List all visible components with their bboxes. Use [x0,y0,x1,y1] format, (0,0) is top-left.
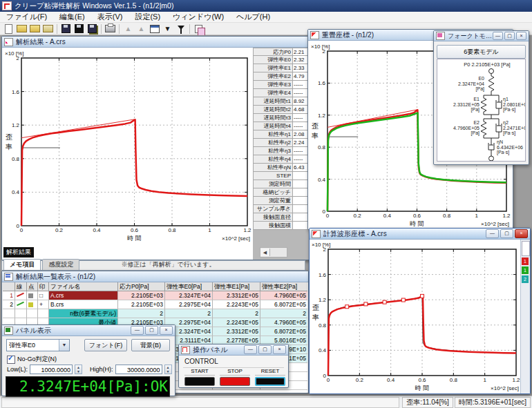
stop-indicator[interactable] [220,377,250,386]
spring-icon [488,76,494,91]
nogo-checkbox[interactable] [7,356,15,364]
menu-view[interactable]: 表示(V) [91,12,129,22]
print-icon[interactable] [104,23,116,34]
funnel-icon[interactable] [175,23,187,34]
save-multi-icon[interactable] [86,23,98,34]
background-button[interactable]: 背景(B) [131,339,170,351]
copy-icon[interactable] [193,23,205,34]
open-icon[interactable] [16,23,28,34]
svg-text:×10^2 [sec]: ×10^2 [sec] [222,235,250,242]
legend-item[interactable]: 1 [522,266,529,274]
param-label: 接触面積 [253,222,292,230]
param-hscrollbar[interactable]: ◀ [260,247,287,258]
close-button[interactable]: × [273,345,286,354]
low-spinner[interactable]: ▲▼ [75,365,82,374]
legend-item[interactable]: 1 [522,258,529,265]
high-spinner[interactable]: ▲▼ [164,365,172,374]
svg-text:時 間: 時 間 [410,220,424,227]
menu-settings[interactable]: 設定(S) [129,12,167,22]
maximize-button[interactable]: ▢ [258,345,272,354]
parameter-select[interactable]: 弾性率E0 ▼ [6,339,70,351]
maximize-button[interactable]: ▢ [504,32,515,40]
param-label: 測定荷重 [253,197,292,205]
save-dark-icon[interactable] [73,23,85,34]
legend-item[interactable]: 2 [522,275,529,283]
control-titlebar[interactable]: 操作パネル — ▢ × [179,344,288,356]
menu-edit[interactable]: 編集(E) [53,12,91,22]
menu-file[interactable]: ファイル(F) [0,12,53,22]
svg-text:歪: 歪 [312,304,319,311]
sample-markers [364,302,368,306]
param-row: 弾性率E4----- [253,89,314,97]
maximize-button[interactable]: ▢ [145,326,158,335]
file-row[interactable]: 1□A.crs2.2105E+032.3247E+042.3312E+054.7… [3,291,307,300]
window-icon[interactable] [149,23,160,34]
reset-indicator[interactable] [255,377,285,386]
triangle-down-icon[interactable]: ▼ [162,23,173,34]
scroll-left-icon[interactable]: ◀ [260,249,270,256]
open-folder-icon[interactable] [42,23,54,34]
minimize-button[interactable]: — [486,229,499,238]
param-row: 測定荷重 [253,197,314,205]
param-row: STEP [253,172,314,180]
chevron-down-icon[interactable]: ▼ [59,340,69,351]
start-indicator[interactable] [184,377,215,386]
reset-button[interactable]: RESET [255,368,285,386]
param-row: 粘性率η4----- [253,155,314,164]
analysis-tooltip: 解析結果 [3,247,34,258]
param-label: 弾性率E3 [253,81,292,89]
table-cell: 6.8072E+05 [260,327,307,336]
font-button[interactable]: フォント(F) [84,339,127,351]
open-yellow-icon[interactable] [29,23,41,34]
peak-disabled-icon[interactable]: ▲ [122,23,134,34]
menu-window[interactable]: ウィンドウ(W) [167,12,230,22]
column-header: 線 [15,282,27,291]
svg-text:0.4: 0.4 [93,227,101,233]
model-type-header[interactable]: 6要素モデル [437,45,526,59]
param-row: 遅延時間τ18.92 [253,97,314,106]
parameter-table[interactable]: 応力P02.21弾性率E02.32弾性率E12.33弾性率E24.79弾性率E3… [253,48,314,260]
waveform-titlebar[interactable]: 計算波形座標 - A.crs — ▢ × [310,229,530,240]
triangle-up-disabled-icon[interactable]: ▲ [135,23,147,34]
series-legendbar[interactable]: 112 [520,240,530,394]
panel-titlebar[interactable]: パネル表示 — ▢ × [2,325,175,336]
panel-window-title: パネル表示 [16,326,51,336]
new-icon[interactable] [3,23,15,34]
svg-text:[Pa·s]: [Pa·s] [503,130,515,136]
point-style-icon [28,293,33,298]
minimize-button[interactable]: — [131,326,144,335]
close-button[interactable]: × [160,326,173,335]
high-input[interactable]: 30000.0000 [115,365,162,374]
minimize-button[interactable]: — [493,32,503,40]
low-input[interactable]: 1000.0000 [30,365,73,374]
model-titlebar[interactable]: フォークトモデル表示 — ▢ × [434,31,529,41]
analysis-titlebar[interactable]: 解析結果 - A.crs [2,37,315,48]
table-header-row[interactable]: 線点印ファイル名応力P0[Pa]弾性率E0[Pa]弾性率E1[Pa]弾性率E2[… [3,282,307,291]
column-header: ファイル名 [49,282,118,291]
stop-button[interactable]: STOP [220,368,250,386]
creep-fit-line [327,110,417,128]
menu-help[interactable]: ヘルプ(H) [230,12,276,22]
tab-sensitivity[interactable]: 感度設定 [42,259,79,270]
summary-row[interactable]: n数(6要素モデル)2222 [3,309,307,318]
file-row[interactable]: 2+B.crs2.2105E+032.2975E+042.2243E+056.8… [3,300,307,309]
minimize-button[interactable]: — [244,345,257,354]
param-row: 遅延時間τ4----- [253,122,314,130]
close-button[interactable]: × [515,229,528,238]
waveform-window: 計算波形座標 - A.crs — ▢ × 00.20.40.60.811.200… [309,228,531,394]
spring-icon [481,98,486,112]
maximize-button[interactable]: ▢ [500,229,513,238]
creep-fit-line [21,119,135,138]
result-list-titlebar[interactable]: 解析結果一覧表示 - (n1/2) [2,271,308,282]
param-row: 接触面積 [253,222,314,230]
tab-memo[interactable]: メモ項目 [3,259,41,270]
mdi-area: 解析結果 - A.crs 00.20.40.60.811.200.40.81.2… [0,35,532,396]
param-row: 測定時間 [253,180,314,188]
svg-text:0.4: 0.4 [383,213,392,219]
chart-window-icon [4,38,13,46]
start-button[interactable]: START [184,368,215,386]
main-titlebar[interactable]: クリープ粘弾性解析 Windows Ver.1.5 - (n1/2|m0) [0,0,532,12]
save-icon[interactable] [60,23,72,34]
param-row: 接触面直径 [253,213,314,222]
close-button[interactable]: × [516,32,526,40]
